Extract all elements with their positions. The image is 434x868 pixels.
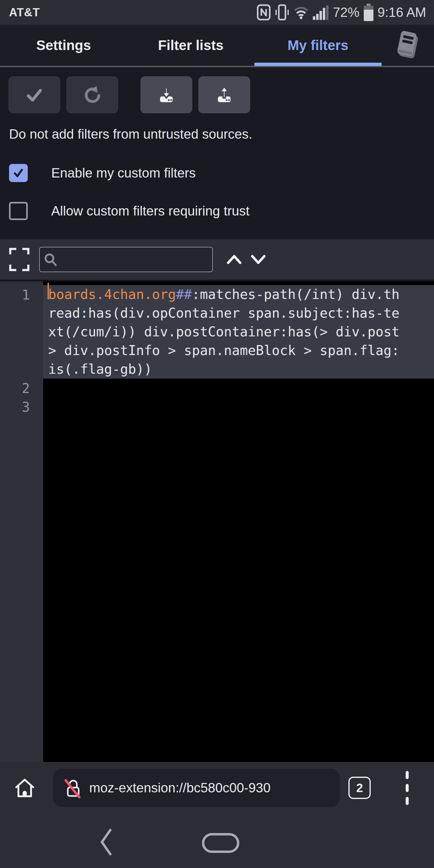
undo-arrow-icon — [83, 85, 102, 104]
tab-counter-button[interactable]: 2 — [348, 777, 371, 799]
line-number: 3 — [22, 398, 30, 416]
url-bar[interactable]: moz-extension://bc580c00-930 — [53, 769, 340, 807]
kebab-dot — [406, 797, 409, 805]
enable-custom-filters-label: Enable my custom filters — [51, 165, 195, 181]
dashboard-tab-bar: Settings Filter lists My filters — [0, 25, 434, 67]
my-filters-pane: Do not add filters from untrusted source… — [0, 67, 434, 239]
url-fade — [298, 769, 340, 807]
home-pill-button[interactable] — [202, 833, 239, 853]
clock: 9:16 AM — [378, 5, 426, 20]
filter-rule-text: boards.4chan.org##:matches-path(/int) di… — [43, 285, 407, 378]
find-previous-button[interactable] — [226, 254, 242, 265]
battery-percent: 72% — [333, 5, 359, 20]
status-icons: 72% 9:16 AM — [257, 4, 426, 21]
docs-button[interactable] — [381, 25, 434, 66]
tab-settings-label: Settings — [36, 37, 91, 53]
checkmark-icon — [25, 85, 44, 104]
battery-icon — [363, 4, 374, 21]
active-line-highlight: boards.4chan.org##:matches-path(/int) di… — [43, 285, 434, 378]
find-next-button[interactable] — [250, 254, 267, 265]
carrier-label: AT&T — [9, 6, 40, 19]
kebab-dot — [406, 784, 409, 792]
home-button[interactable] — [13, 776, 36, 799]
tab-my-filters-label: My filters — [287, 37, 348, 53]
kebab-dot — [406, 771, 409, 779]
tab-my-filters[interactable]: My filters — [254, 25, 381, 66]
apply-changes-button[interactable] — [8, 76, 60, 113]
export-tray-up-arrow-icon — [215, 85, 234, 104]
fullscreen-toggle-button[interactable] — [9, 248, 30, 271]
line-number: 2 — [22, 379, 30, 398]
tab-settings[interactable]: Settings — [0, 25, 127, 66]
import-tray-down-arrow-icon — [157, 85, 176, 104]
allow-trusted-filters-row[interactable]: Allow custom filters requiring trust — [9, 202, 434, 220]
book-icon — [395, 30, 421, 61]
signal-icon — [312, 5, 329, 20]
allow-trusted-filters-label: Allow custom filters requiring trust — [51, 204, 250, 218]
tab-filter-lists[interactable]: Filter lists — [127, 25, 254, 66]
enable-custom-filters-checkbox[interactable] — [9, 164, 28, 182]
status-bar: AT&T 72% 9:16 AM — [0, 0, 434, 25]
line-number: 1 — [22, 286, 30, 304]
browser-toolbar: moz-extension://bc580c00-930 2 — [0, 762, 434, 814]
search-input[interactable] — [39, 247, 213, 272]
tab-count: 2 — [356, 781, 363, 795]
editor-search-bar — [0, 239, 434, 281]
search-icon — [43, 252, 59, 267]
system-nav-bar — [0, 814, 434, 868]
allow-trusted-filters-checkbox[interactable] — [9, 202, 28, 220]
text-cursor — [48, 283, 49, 299]
export-button[interactable] — [198, 76, 250, 113]
wifi-icon — [293, 5, 309, 19]
menu-button[interactable] — [406, 771, 409, 805]
filters-code-editor[interactable]: 1 2 3 boards.4chan.org##:matches-path(/i… — [0, 281, 434, 762]
active-tab-underline — [254, 63, 381, 66]
line-number-gutter: 1 2 3 — [0, 281, 43, 762]
tab-filter-lists-label: Filter lists — [158, 37, 223, 53]
url-text: moz-extension://bc580c00-930 — [89, 780, 271, 795]
back-button[interactable] — [99, 828, 113, 856]
untrusted-sources-warning: Do not add filters from untrusted source… — [9, 127, 434, 142]
filters-toolbar — [8, 76, 434, 113]
revert-button[interactable] — [66, 76, 118, 113]
nfc-icon — [257, 4, 271, 21]
phone-screen: AT&T 72% 9:16 AM Settings — [0, 0, 434, 868]
import-button[interactable] — [141, 76, 192, 113]
search-field-wrap — [39, 247, 213, 272]
insecure-lock-icon[interactable] — [63, 777, 83, 799]
code-area[interactable]: boards.4chan.org##:matches-path(/int) di… — [43, 281, 434, 762]
enable-custom-filters-row[interactable]: Enable my custom filters — [9, 164, 434, 182]
vibrate-icon — [274, 4, 290, 21]
